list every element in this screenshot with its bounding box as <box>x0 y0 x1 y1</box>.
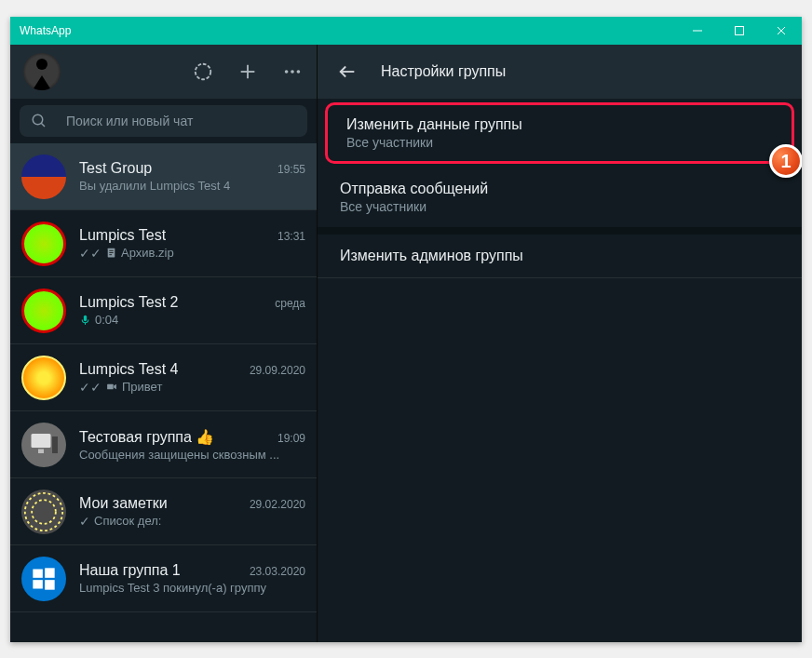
video-icon <box>105 381 118 393</box>
search-container <box>10 99 317 143</box>
svg-line-11 <box>41 123 45 127</box>
minimize-button[interactable] <box>676 17 718 45</box>
chat-body: Тестовая группа 👍 19:09 Сообщения защище… <box>79 428 305 462</box>
chat-name: Test Group <box>79 160 152 177</box>
svg-rect-1 <box>735 27 743 35</box>
svg-point-10 <box>33 114 43 125</box>
mic-icon <box>79 314 91 326</box>
settings-item-title: Изменить админов группы <box>340 248 779 264</box>
svg-rect-26 <box>45 568 54 578</box>
search-icon <box>31 113 47 129</box>
menu-button[interactable] <box>281 60 304 83</box>
search-box[interactable] <box>20 105 307 137</box>
settings-item-subtitle: Все участники <box>340 199 779 214</box>
svg-rect-20 <box>32 434 51 448</box>
svg-point-4 <box>196 64 211 80</box>
chat-preview: ✓✓ Привет <box>79 380 305 395</box>
chat-name: Lumpics Test 4 <box>79 361 178 378</box>
chat-list[interactable]: Test Group 19:55 Вы удалили Lumpics Test… <box>10 143 317 642</box>
close-button[interactable] <box>760 17 802 45</box>
chat-item[interactable]: Наша группа 1 23.03.2020 Lumpics Test 3 … <box>10 545 317 612</box>
ticks-icon: ✓✓ <box>79 246 102 261</box>
chat-item[interactable]: Тестовая группа 👍 19:09 Сообщения защище… <box>10 411 317 478</box>
settings-send-messages[interactable]: Отправка сообщений Все участники <box>318 168 802 235</box>
plus-icon <box>237 61 258 82</box>
monitor-icon <box>27 428 61 462</box>
settings-edit-group-info[interactable]: Изменить данные группы Все участники 1 <box>325 102 794 164</box>
svg-point-7 <box>285 70 289 74</box>
my-avatar[interactable] <box>23 53 61 90</box>
chat-name: Наша группа 1 <box>79 562 181 579</box>
svg-rect-28 <box>45 580 54 590</box>
chat-item[interactable]: Мои заметки 29.02.2020 ✓ Список дел: <box>10 478 317 545</box>
svg-point-9 <box>297 70 301 74</box>
chat-body: Lumpics Test 4 29.09.2020 ✓✓ Привет <box>79 361 305 395</box>
ticks-icon: ✓✓ <box>79 380 102 395</box>
svg-rect-27 <box>33 580 43 588</box>
chat-preview: ✓ Список дел: <box>79 514 305 529</box>
status-icon <box>193 61 213 82</box>
chat-preview: Сообщения защищены сквозным ... <box>79 448 305 462</box>
svg-rect-18 <box>107 384 114 389</box>
chat-avatar <box>21 222 66 266</box>
notes-icon <box>23 491 64 532</box>
chat-time: 19:55 <box>277 163 305 176</box>
document-icon <box>105 247 117 259</box>
chat-avatar <box>21 490 66 534</box>
settings-item-subtitle: Все участники <box>346 135 773 150</box>
right-header: Настройки группы <box>318 45 802 99</box>
sidebar: Test Group 19:55 Вы удалили Lumpics Test… <box>10 45 318 642</box>
chat-body: Test Group 19:55 Вы удалили Lumpics Test… <box>79 160 305 193</box>
search-input[interactable] <box>66 114 296 128</box>
chat-time: 29.09.2020 <box>250 364 305 377</box>
svg-rect-16 <box>84 316 87 322</box>
chat-avatar <box>21 154 66 199</box>
maximize-button[interactable] <box>718 17 760 45</box>
chat-item[interactable]: Lumpics Test 4 29.09.2020 ✓✓ Привет <box>10 344 317 411</box>
chat-time: 13:31 <box>277 230 305 243</box>
chat-avatar <box>21 557 66 601</box>
chat-avatar <box>21 289 66 333</box>
chat-name: Lumpics Test <box>79 227 166 244</box>
chat-item[interactable]: Test Group 19:55 Вы удалили Lumpics Test… <box>10 143 317 210</box>
chat-body: Lumpics Test 2 среда 0:04 <box>79 294 305 327</box>
panel-title: Настройки группы <box>381 63 506 80</box>
svg-point-23 <box>25 492 62 530</box>
svg-rect-22 <box>52 436 58 453</box>
new-chat-button[interactable] <box>237 60 259 83</box>
titlebar: WhatsApp <box>10 17 802 45</box>
chat-body: Мои заметки 29.02.2020 ✓ Список дел: <box>79 495 305 529</box>
svg-rect-25 <box>33 569 43 577</box>
minimize-icon <box>692 25 703 36</box>
dots-icon <box>282 61 303 82</box>
chat-item[interactable]: Lumpics Test 13:31 ✓✓ Архив.zip <box>10 210 317 277</box>
chat-body: Lumpics Test 13:31 ✓✓ Архив.zip <box>79 227 305 261</box>
ticks-icon: ✓ <box>79 514 90 529</box>
chat-item[interactable]: Lumpics Test 2 среда 0:04 <box>10 277 317 344</box>
svg-point-8 <box>291 70 294 74</box>
chat-time: 23.03.2020 <box>250 565 305 578</box>
arrow-left-icon <box>337 61 358 82</box>
windows-icon <box>31 566 57 592</box>
chat-time: 19:09 <box>277 432 305 445</box>
annotation-badge: 1 <box>769 144 802 178</box>
chat-time: 29.02.2020 <box>250 498 305 511</box>
svg-rect-21 <box>38 449 44 453</box>
close-icon <box>776 25 787 36</box>
status-button[interactable] <box>192 60 214 83</box>
right-panel: Настройки группы Изменить данные группы … <box>318 45 802 642</box>
chat-name: Lumpics Test 2 <box>79 294 178 311</box>
app-body: Test Group 19:55 Вы удалили Lumpics Test… <box>10 45 802 642</box>
chat-name: Мои заметки <box>79 495 168 512</box>
chat-preview: 0:04 <box>79 313 305 327</box>
chat-time: среда <box>275 297 305 310</box>
chat-name: Тестовая группа 👍 <box>79 428 214 446</box>
window-title: WhatsApp <box>20 24 676 37</box>
maximize-icon <box>734 25 745 36</box>
back-button[interactable] <box>336 60 359 83</box>
chat-preview: Вы удалили Lumpics Test 4 <box>79 179 305 193</box>
app-window: WhatsApp <box>10 17 802 642</box>
settings-edit-admins[interactable]: Изменить админов группы <box>318 235 802 278</box>
chat-avatar <box>21 423 66 467</box>
settings-list: Изменить данные группы Все участники 1 О… <box>318 99 802 642</box>
